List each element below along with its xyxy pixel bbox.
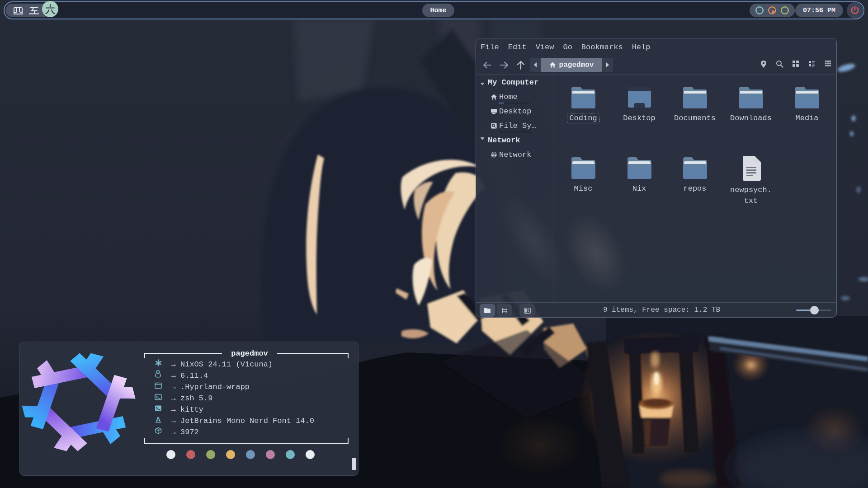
svg-text:A: A — [156, 416, 161, 423]
